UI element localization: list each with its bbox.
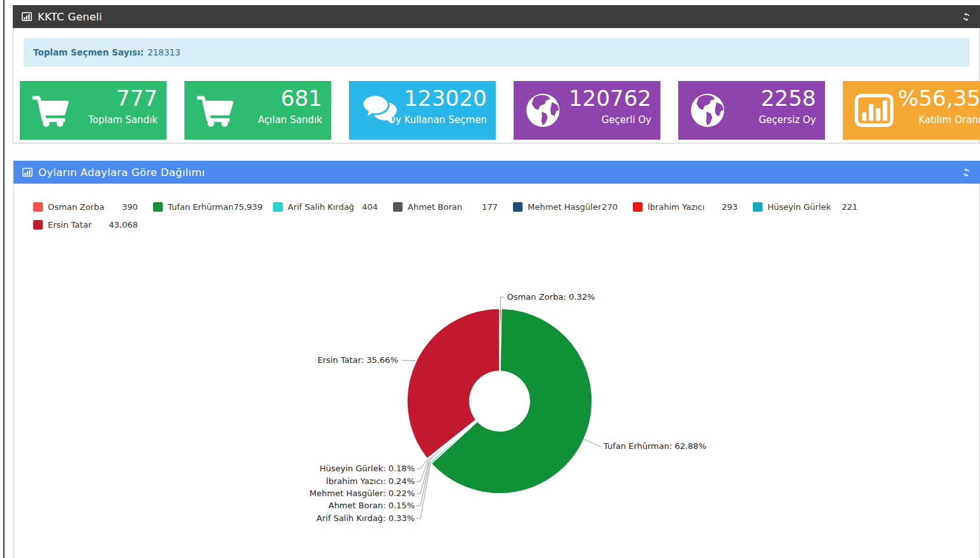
- legend-item: Tufan Erhürman75,939: [153, 198, 273, 216]
- legend-item: Osman Zorba390: [33, 198, 153, 216]
- legend-item: Arif Salih Kırdağ404: [273, 198, 393, 216]
- legend-name: Osman Zorba: [48, 202, 104, 212]
- tile-toplam-sandik: 777 Toplam Sandık: [20, 81, 167, 140]
- legend-value: 390: [122, 202, 138, 212]
- donut-chart: Osman Zorba: 0.32%Tufan Erhürman: 62.88%…: [14, 184, 966, 558]
- tile-gecerli-oy: 120762 Geçerli Oy: [514, 81, 660, 140]
- tile-value: 2258: [761, 87, 816, 110]
- pie-slice-label: Ahmet Boran: 0.15%: [329, 501, 415, 510]
- panel-title: Oyların Adaylara Göre Dağılımı: [38, 166, 205, 179]
- total-voters-value: 218313: [147, 47, 181, 57]
- pie-slice-label: Osman Zorba: 0.32%: [507, 292, 595, 302]
- tile-value: 777: [116, 87, 158, 110]
- tile-value: 123020: [404, 87, 487, 110]
- legend-color-swatch: [33, 202, 43, 212]
- legend-item: Ersin Tatar43,068: [33, 216, 153, 233]
- legend-item: Hüseyin Gürlek221: [753, 198, 873, 216]
- globe-icon: [690, 92, 725, 128]
- legend-color-swatch: [273, 202, 283, 212]
- legend-name: Mehmet Hasgüler: [528, 202, 601, 212]
- legend-name: Arif Salih Kırdağ: [288, 202, 354, 212]
- total-voters-infobox: Toplam Seçmen Sayısı: 218313: [24, 38, 969, 66]
- tile-label: Açılan Sandık: [258, 114, 322, 126]
- total-voters-label: Toplam Seçmen Sayısı:: [33, 47, 144, 57]
- legend-name: Hüseyin Gürlek: [768, 202, 831, 212]
- legend-value: 43,068: [109, 220, 138, 230]
- legend-value: 270: [602, 202, 618, 212]
- pie-label-connector: [401, 360, 416, 361]
- panel-vote-distribution: Oyların Adaylara Göre Dağılımı Osman Zor…: [13, 161, 980, 558]
- tile-label: Toplam Sandık: [88, 114, 158, 126]
- legend-item: Mehmet Hasgüler270: [513, 198, 633, 216]
- legend-color-swatch: [33, 220, 43, 230]
- panel-chart-body: Osman Zorba390Tufan Erhürman75,939Arif S…: [13, 184, 980, 558]
- panel-kktc-header: KKTC Geneli: [13, 5, 980, 28]
- tile-oy-kullanan-secmen: 123020 Oy Kullanan Seçmen: [349, 81, 496, 140]
- legend-name: İbrahim Yazıcı: [648, 202, 704, 212]
- sidebar-edge: [3, 0, 4, 558]
- pie-label-connector: [584, 439, 600, 446]
- legend-color-swatch: [153, 202, 163, 212]
- pie-slice-label: Ersin Tatar: 35.66%: [318, 355, 398, 365]
- legend-color-swatch: [513, 202, 523, 212]
- shopping-cart-icon: [31, 93, 70, 128]
- legend-name: Ersin Tatar: [48, 220, 91, 230]
- tile-katilim-orani: %56,35 Katılım Oranı: [843, 81, 980, 140]
- legend-name: Ahmet Boran: [408, 202, 462, 212]
- legend-item: Ahmet Boran177: [393, 198, 513, 216]
- panel-kktc-body: Toplam Seçmen Sayısı: 218313 777 Toplam …: [13, 28, 980, 143]
- shopping-cart-icon: [196, 93, 234, 128]
- pie-slice-label: İbrahim Yazıcı: 0.24%: [326, 476, 415, 486]
- tile-label: Geçersiz Oy: [759, 114, 816, 126]
- pie-label-connector: [500, 297, 504, 309]
- legend-value: 293: [722, 202, 738, 212]
- tile-value: %56,35: [898, 87, 980, 110]
- legend-value: 177: [482, 202, 498, 212]
- tile-label: Katılım Oranı: [919, 114, 980, 126]
- tile-value: 120762: [568, 87, 651, 110]
- legend-color-swatch: [753, 202, 762, 212]
- stat-tiles-row: 777 Toplam Sandık 681 Açılan Sandık 1230…: [20, 81, 969, 140]
- legend-name: Tufan Erhürman: [168, 202, 234, 212]
- panel-chart-header: Oyların Adaylara Göre Dağılımı: [13, 161, 980, 184]
- legend-color-swatch: [633, 202, 642, 212]
- legend-value: 221: [842, 202, 858, 212]
- pie-slice-label: Mehmet Hasgüler: 0.22%: [309, 488, 415, 498]
- legend-value: 404: [362, 202, 378, 212]
- legend-item: İbrahim Yazıcı293: [633, 198, 753, 216]
- bar-chart-icon: [854, 94, 894, 127]
- pie-slice-label: Arif Salih Kırdağ: 0.33%: [316, 513, 415, 523]
- bar-chart-icon: [22, 11, 32, 22]
- tile-acilan-sandik: 681 Açılan Sandık: [184, 81, 331, 140]
- tile-value: 681: [281, 87, 322, 110]
- legend-value: 75,939: [234, 202, 263, 212]
- panel-kktc-geneli: KKTC Geneli Toplam Seçmen Sayısı: 218313…: [13, 5, 980, 143]
- refresh-icon[interactable]: [961, 12, 971, 22]
- tile-label: Geçerli Oy: [602, 114, 651, 126]
- refresh-icon[interactable]: [961, 168, 971, 177]
- panel-title: KKTC Geneli: [38, 11, 102, 23]
- legend-color-swatch: [393, 202, 403, 212]
- pie-slice-label: Hüseyin Gürlek: 0.18%: [320, 464, 415, 473]
- pie-slice-label: Tufan Erhürman: 62.88%: [603, 441, 706, 451]
- bar-chart-icon: [22, 167, 33, 177]
- pie-legend: Osman Zorba390Tufan Erhürman75,939Arif S…: [14, 184, 979, 233]
- tile-gecersiz-oy: 2258 Geçersiz Oy: [678, 81, 825, 140]
- tile-label: Oy Kullanan Seçmen: [388, 114, 487, 126]
- globe-icon: [525, 92, 561, 128]
